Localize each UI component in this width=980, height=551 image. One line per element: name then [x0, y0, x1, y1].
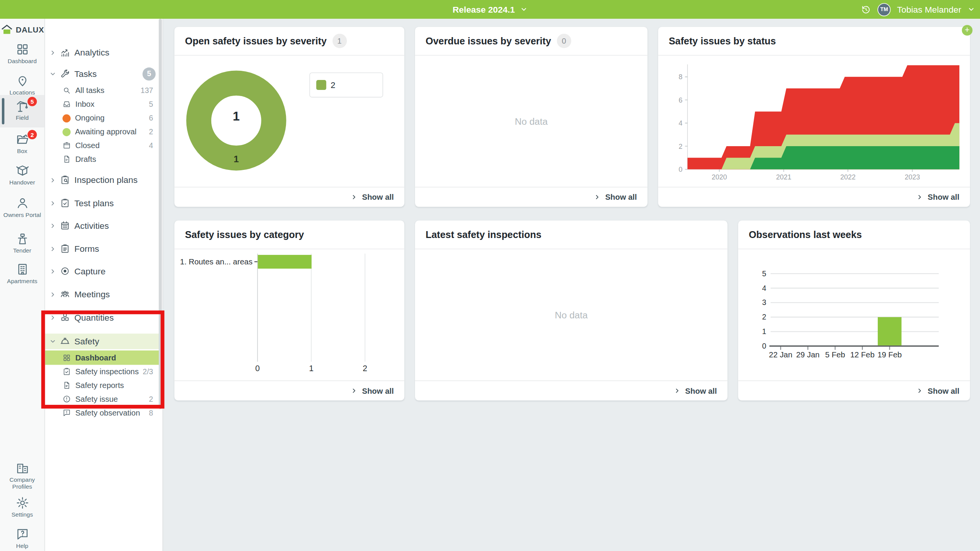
show-all-button[interactable]: Show all	[674, 386, 717, 395]
sidebar-item-capture[interactable]: Capture	[45, 263, 160, 279]
chevron-right-icon[interactable]	[49, 176, 56, 183]
rail-item-locations[interactable]: Locations	[0, 74, 44, 96]
company-icon	[15, 461, 29, 475]
sidebar-scrollbar[interactable]	[159, 19, 162, 409]
card-title: Open safety issues by severity	[185, 35, 327, 46]
user-menu-chevron-icon[interactable]	[967, 6, 975, 13]
svg-text:0: 0	[255, 364, 260, 373]
document-icon	[62, 381, 71, 390]
sidebar-item-safety-dashboard[interactable]: Dashboard	[45, 350, 160, 365]
sidebar-item-meetings[interactable]: Meetings	[45, 286, 160, 302]
chevron-right-icon[interactable]	[49, 314, 56, 321]
sidebar-item-safety[interactable]: Safety	[45, 333, 160, 349]
sidebar-item-closed[interactable]: Closed 4	[45, 139, 160, 152]
sidebar-item-activities[interactable]: Activities	[45, 217, 160, 233]
card-header: Safety issues by status	[658, 27, 970, 55]
wrench-icon	[60, 69, 70, 79]
svg-text:5 Feb: 5 Feb	[825, 350, 845, 359]
sidebar-item-safety-reports[interactable]: Safety reports	[45, 378, 160, 392]
svg-text:1. Routes an... areas: 1. Routes an... areas	[180, 258, 252, 266]
no-data-message: No data	[415, 310, 727, 320]
awaiting-status-dot	[62, 128, 70, 136]
card-issues-by-status: Safety issues by status 0246820202021202…	[658, 27, 970, 207]
rail-item-field[interactable]: Field 5	[0, 99, 44, 122]
show-all-button[interactable]: Show all	[351, 193, 394, 202]
card-header: Observations last weeks	[738, 220, 970, 249]
podium-icon	[15, 232, 29, 246]
chevron-right-icon[interactable]	[49, 291, 56, 298]
show-all-button[interactable]: Show all	[916, 386, 959, 395]
sidebar-item-inbox[interactable]: Inbox 5	[45, 98, 160, 111]
rail-item-settings[interactable]: Settings	[0, 496, 44, 518]
observations-chart-area: 01234522 Jan29 Jan5 Feb12 Feb19 Feb	[738, 249, 970, 380]
message-alert-icon	[62, 409, 71, 417]
chevron-right-icon[interactable]	[49, 268, 56, 275]
sidebar-item-analytics[interactable]: Analytics	[45, 44, 160, 60]
chevron-right-icon	[594, 194, 601, 201]
chevron-right-icon[interactable]	[49, 49, 56, 56]
release-label: Release 2024.1	[452, 4, 515, 14]
empty-list-area: No data	[415, 249, 727, 380]
chevron-right-icon[interactable]	[49, 245, 56, 252]
sidebar-item-drafts[interactable]: Drafts	[45, 152, 160, 166]
clipboard-search-icon	[60, 175, 70, 185]
card-footer: Show all	[658, 187, 970, 207]
clipboard-check-icon	[62, 367, 71, 376]
card-header: Safety issues by category	[175, 220, 405, 249]
chevron-right-icon	[916, 387, 923, 394]
safety-inspections-count: 2/3	[143, 367, 153, 376]
card-footer: Show all	[415, 380, 727, 400]
avatar[interactable]: TM	[878, 3, 891, 16]
person-icon	[15, 196, 29, 210]
hardhat-icon	[60, 336, 70, 346]
rail-item-box[interactable]: Box 2	[0, 132, 44, 155]
rail-item-owners-portal[interactable]: Owners Portal	[0, 196, 44, 218]
show-all-button[interactable]: Show all	[916, 193, 959, 202]
sidebar-item-test-plans[interactable]: Test plans	[45, 195, 160, 211]
card-footer: Show all	[175, 380, 405, 400]
floating-plus-button[interactable]: +	[962, 25, 973, 36]
sidebar-item-ongoing[interactable]: Ongoing 6	[45, 111, 160, 125]
rail-item-dashboard[interactable]: Dashboard	[0, 42, 44, 65]
legend-item[interactable]: 2	[309, 72, 383, 97]
rail-item-company-profiles[interactable]: Company Profiles	[0, 461, 44, 490]
show-all-button[interactable]: Show all	[594, 193, 637, 202]
rail-item-handover[interactable]: Handover	[0, 164, 44, 186]
chevron-right-icon[interactable]	[49, 200, 56, 207]
box-badge: 2	[28, 130, 37, 139]
rail-item-help[interactable]: Help	[0, 527, 44, 549]
status-chart-area: 024682020202120222023	[658, 55, 970, 187]
donut-center-label: 1	[233, 109, 240, 123]
chevron-down-icon[interactable]	[49, 70, 56, 77]
svg-text:0: 0	[679, 166, 683, 173]
card-overdue-issues: Overdue issues by severity 0 No data Sho…	[415, 27, 647, 207]
sidebar-item-inspection-plans[interactable]: Inspection plans	[45, 172, 160, 188]
svg-text:6: 6	[679, 96, 683, 104]
dalux-logo[interactable]: DALUX	[0, 24, 44, 36]
svg-text:2: 2	[679, 143, 683, 150]
svg-text:4: 4	[762, 284, 766, 292]
sidebar-item-safety-issue[interactable]: Safety issue 2	[45, 392, 160, 406]
sidebar-item-all-tasks[interactable]: All tasks 137	[45, 84, 160, 98]
card-count-badge: 0	[557, 34, 571, 48]
sidebar-item-forms[interactable]: Forms	[45, 241, 160, 257]
chevron-down-icon[interactable]	[49, 337, 56, 344]
sidebar-item-safety-observation[interactable]: Safety observation 8	[45, 406, 160, 420]
rail-item-tender[interactable]: Tender	[0, 232, 44, 254]
card-issues-by-category: Safety issues by category 0121. Routes a…	[175, 220, 405, 400]
sidebar-item-safety-inspections[interactable]: Safety inspections 2/3	[45, 365, 160, 378]
card-header: Latest safety inspections	[415, 220, 727, 249]
sidebar-item-quantities[interactable]: Quantities	[45, 309, 160, 325]
show-all-button[interactable]: Show all	[351, 386, 394, 395]
card-header: Open safety issues by severity 1	[175, 27, 405, 55]
sidebar-item-tasks[interactable]: Tasks 5	[45, 65, 160, 82]
chevron-right-icon[interactable]	[49, 222, 56, 229]
sidebar-item-awaiting-approval[interactable]: Awaiting approval 2	[45, 125, 160, 139]
rail-item-apartments[interactable]: Apartments	[0, 262, 44, 285]
project-selector[interactable]: Release 2024.1	[452, 0, 527, 19]
calendar-icon	[60, 220, 70, 230]
chevron-right-icon	[916, 194, 923, 201]
cubes-icon	[60, 312, 70, 322]
status-stacked-area-chart: 024682020202120222023	[658, 55, 970, 187]
history-icon[interactable]	[861, 4, 872, 15]
